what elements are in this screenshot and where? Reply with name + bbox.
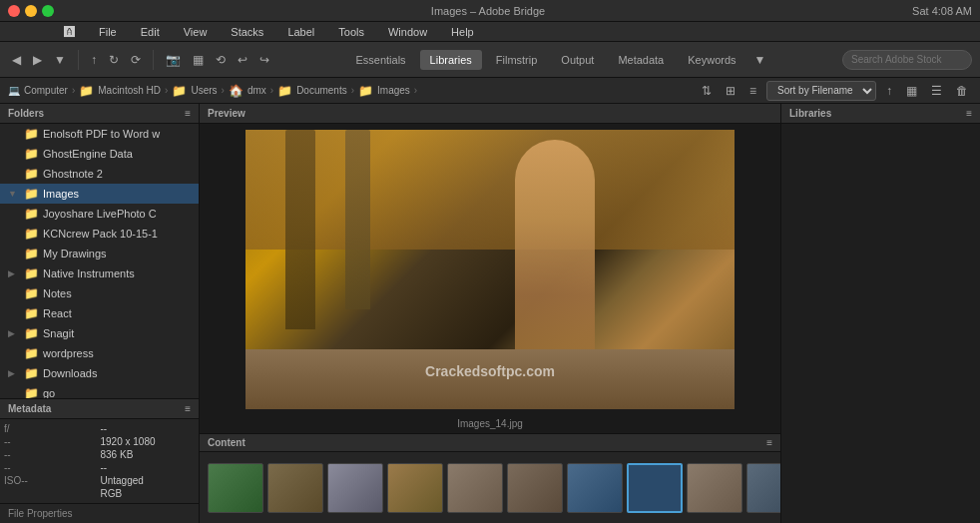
folder-list: 📁 Enolsoft PDF to Word w 📁 GhostEngine D… <box>0 124 199 398</box>
more-tabs-icon[interactable]: ▼ <box>750 51 770 69</box>
tab-keywords[interactable]: Keywords <box>678 50 745 70</box>
breadcrumb-computer[interactable]: Computer <box>24 85 68 96</box>
folder-name: Images <box>43 188 79 200</box>
sidebar-item-downloads[interactable]: ▶ 📁 Downloads <box>0 363 199 383</box>
sidebar-item-react[interactable]: 📁 React <box>0 303 199 323</box>
thumbnail-2[interactable] <box>267 463 323 513</box>
sidebar-item-go[interactable]: 📁 go <box>0 383 199 398</box>
sidebar-item-enolsoft[interactable]: 📁 Enolsoft PDF to Word w <box>0 124 199 144</box>
view-grid-icon[interactable]: ▦ <box>902 82 921 100</box>
thumbnail-7[interactable] <box>567 463 623 513</box>
tab-essentials[interactable]: Essentials <box>345 50 415 70</box>
sidebar-item-wordpress[interactable]: 📁 wordpress <box>0 343 199 363</box>
thumbnail-6[interactable] <box>507 463 563 513</box>
thumbnail-strip <box>200 452 780 523</box>
thumbnail-4[interactable] <box>387 463 443 513</box>
content-header: Content ≡ <box>200 434 780 452</box>
view-list-icon[interactable]: ☰ <box>927 82 946 100</box>
maximize-button[interactable] <box>42 5 54 17</box>
refresh-icon[interactable]: ↻ <box>105 51 123 69</box>
breadcrumb-macintosh[interactable]: Macintosh HD <box>98 85 161 96</box>
sidebar-item-ghostnote[interactable]: 📁 Ghostnote 2 <box>0 164 199 184</box>
menu-window[interactable]: Window <box>384 24 431 40</box>
menu-help[interactable]: Help <box>447 24 478 40</box>
title-bar: Images – Adobe Bridge Sat 4:08 AM <box>0 0 980 22</box>
thumbnail-3[interactable] <box>327 463 383 513</box>
folder-name: wordpress <box>43 347 94 359</box>
back-icon[interactable]: ◀ <box>8 51 25 69</box>
menu-label[interactable]: Label <box>283 24 318 40</box>
sep-4: › <box>270 85 273 96</box>
folder-icon: 📁 <box>24 366 39 380</box>
expand-icon: ▶ <box>8 368 18 378</box>
sidebar-item-drawings[interactable]: 📁 My Drawings <box>0 244 199 263</box>
rotate-cw-icon[interactable]: ⟳ <box>127 51 145 69</box>
preview-label: Preview <box>208 108 245 119</box>
tab-output[interactable]: Output <box>551 50 604 70</box>
grid-icon[interactable]: ▦ <box>189 51 208 69</box>
sep-6: › <box>414 85 417 96</box>
sort-dropdown[interactable]: Sort by Filename Sort by Date Sort by Si… <box>766 81 876 101</box>
thumbnail-5[interactable] <box>447 463 503 513</box>
sidebar-item-kcncrew[interactable]: 📁 KCNcrew Pack 10-15-1 <box>0 224 199 244</box>
metadata-menu-icon[interactable]: ≡ <box>185 403 191 414</box>
search-input[interactable] <box>842 50 972 70</box>
libraries-label: Libraries <box>789 108 831 119</box>
minimize-button[interactable] <box>25 5 37 17</box>
libraries-menu-icon[interactable]: ≡ <box>966 108 972 119</box>
sidebar-item-native-instruments[interactable]: ▶ 📁 Native Instruments <box>0 263 199 283</box>
sidebar-item-joyoshare[interactable]: 📁 Joyoshare LivePhoto C <box>0 204 199 224</box>
breadcrumb-images[interactable]: Images <box>377 85 410 96</box>
folders-menu-icon[interactable]: ≡ <box>185 108 191 119</box>
sidebar-item-snagit[interactable]: ▶ 📁 Snagit <box>0 323 199 343</box>
meta-blank3-label: -- <box>4 462 99 473</box>
delete-icon[interactable]: 🗑 <box>952 82 972 100</box>
folder-name: KCNcrew Pack 10-15-1 <box>43 228 158 240</box>
breadcrumb-dmx[interactable]: dmx <box>247 85 266 96</box>
expand-icon: ▼ <box>8 189 18 199</box>
folder-icon: 📁 <box>24 127 39 141</box>
clock: Sat 4:08 AM <box>912 5 972 17</box>
menu-edit[interactable]: Edit <box>137 24 164 40</box>
thumbnail-10[interactable] <box>746 463 780 513</box>
sort-asc-icon[interactable]: ↑ <box>882 82 896 100</box>
parent-icon[interactable]: ↑ <box>87 51 101 69</box>
undo-icon[interactable]: ↩ <box>234 51 251 69</box>
menu-stacks[interactable]: Stacks <box>227 24 267 40</box>
breadcrumb-users[interactable]: Users <box>191 85 217 96</box>
content-menu-icon[interactable]: ≡ <box>766 437 772 448</box>
main-area: Folders ≡ 📁 Enolsoft PDF to Word w 📁 Gho… <box>0 104 980 523</box>
menu-tools[interactable]: Tools <box>334 24 368 40</box>
breadcrumb-documents[interactable]: Documents <box>296 85 347 96</box>
sidebar-item-images[interactable]: ▼ 📁 Images <box>0 184 199 204</box>
camera-icon[interactable]: 📷 <box>162 51 185 69</box>
close-button[interactable] <box>8 5 20 17</box>
menu-view[interactable]: View <box>180 24 212 40</box>
redo-icon[interactable]: ↪ <box>255 51 273 69</box>
thumbnail-1[interactable] <box>208 463 263 513</box>
sidebar-item-ghostengine[interactable]: 📁 GhostEngine Data <box>0 144 199 164</box>
folder-name: Ghostnote 2 <box>43 168 103 180</box>
tab-metadata[interactable]: Metadata <box>608 50 674 70</box>
folder-icon: 📁 <box>24 346 39 360</box>
tab-libraries[interactable]: Libraries <box>420 50 482 70</box>
down-icon[interactable]: ▼ <box>50 51 70 69</box>
thumbnail-9[interactable] <box>687 463 742 513</box>
folder-name: go <box>43 387 55 398</box>
view-sort-icon[interactable]: ⇅ <box>698 82 716 100</box>
sync-icon[interactable]: ⟲ <box>212 51 230 69</box>
metadata-content: f/ -- -- 1920 x 1080 -- 836 KB -- -- ISO… <box>0 419 199 503</box>
tab-filmstrip[interactable]: Filmstrip <box>486 50 548 70</box>
meta-blank3-value: -- <box>101 462 196 473</box>
thumbnail-8[interactable] <box>627 463 683 513</box>
meta-blank4-label <box>4 488 99 499</box>
forward-icon[interactable]: ▶ <box>29 51 46 69</box>
folder-icon-3: 🏠 <box>229 84 244 98</box>
view-options-icon[interactable]: ≡ <box>745 82 760 100</box>
menu-file[interactable]: File <box>95 24 121 40</box>
sidebar-item-notes[interactable]: 📁 Notes <box>0 283 199 303</box>
menu-app-icon[interactable]: 🅰 <box>60 24 79 40</box>
folder-name: React <box>43 307 72 319</box>
view-filter-icon[interactable]: ⊞ <box>722 82 739 100</box>
folder-name: Notes <box>43 287 72 299</box>
